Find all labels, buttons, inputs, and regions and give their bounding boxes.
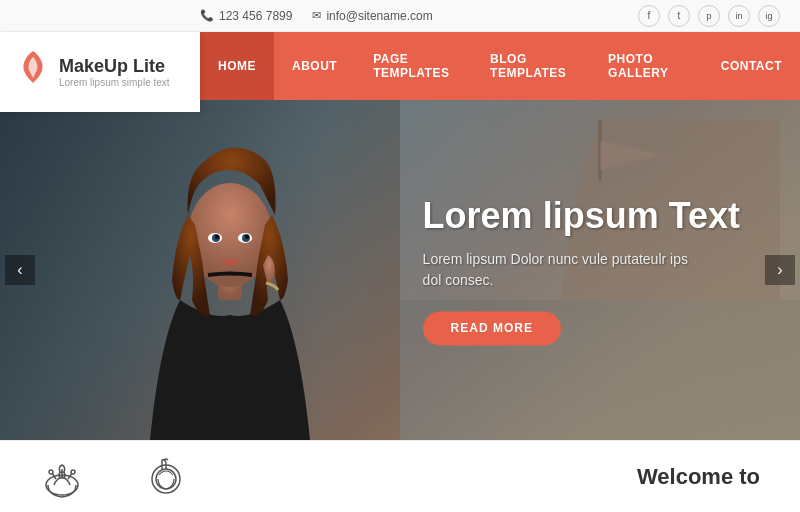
nav-home[interactable]: HOME — [200, 32, 274, 100]
svg-point-6 — [215, 235, 219, 239]
email-icon: ✉ — [312, 9, 321, 22]
email-info: ✉ info@sitename.com — [312, 9, 432, 23]
header: MakeUp Lite Lorem lipsum simple text HOM… — [0, 32, 800, 100]
logo-icon — [15, 49, 51, 95]
bottom-icon-2 — [144, 455, 188, 499]
nav-page-templates[interactable]: PAGE TEMPLATES — [355, 32, 472, 100]
svg-point-18 — [156, 469, 176, 489]
hero-section: Lorem lipsum Text Lorem lipsum Dolor nun… — [0, 100, 800, 440]
logo-area: MakeUp Lite Lorem lipsum simple text — [0, 32, 200, 112]
hero-description: Lorem lipsum Dolor nunc vule putateulr i… — [423, 250, 740, 292]
top-bar-contact: 📞 123 456 7899 ✉ info@sitename.com — [200, 9, 433, 23]
navigation: HOME ABOUT PAGE TEMPLATES BLOG TEMPLATES… — [200, 32, 800, 100]
nav-contact[interactable]: CONTACT — [703, 32, 800, 100]
nav-about[interactable]: ABOUT — [274, 32, 355, 100]
logo-subtitle: Lorem lipsum simple text — [59, 77, 170, 88]
hero-content: Lorem lipsum Text Lorem lipsum Dolor nun… — [423, 194, 740, 345]
nav-blog-templates[interactable]: BLOG TEMPLATES — [472, 32, 590, 100]
phone-info: 📞 123 456 7899 — [200, 9, 292, 23]
twitter-icon[interactable]: t — [668, 5, 690, 27]
instagram-icon[interactable]: ig — [758, 5, 780, 27]
phone-icon: 📞 — [200, 9, 214, 22]
facebook-icon[interactable]: f — [638, 5, 660, 27]
phone-number: 123 456 7899 — [219, 9, 292, 23]
makeup-icon — [144, 455, 188, 499]
hero-next-arrow[interactable]: › — [765, 255, 795, 285]
mortar-icon — [40, 455, 84, 499]
read-more-button[interactable]: READ MORE — [423, 312, 561, 346]
svg-point-16 — [71, 470, 75, 474]
hero-person-image — [80, 100, 380, 440]
bottom-icon-1 — [40, 455, 84, 499]
email-address: info@sitename.com — [326, 9, 432, 23]
hero-title: Lorem lipsum Text — [423, 194, 740, 237]
social-icons: f t p in ig — [638, 5, 780, 27]
logo-title: MakeUp Lite — [59, 56, 170, 78]
welcome-text: Welcome to — [400, 464, 760, 490]
top-bar: 📞 123 456 7899 ✉ info@sitename.com f t p… — [0, 0, 800, 32]
bottom-section: Welcome to — [0, 440, 800, 512]
svg-point-7 — [245, 235, 249, 239]
nav-photo-gallery[interactable]: PHOTO GALLERY — [590, 32, 703, 100]
bottom-icons-row — [40, 455, 400, 499]
logo-text: MakeUp Lite Lorem lipsum simple text — [59, 56, 170, 89]
svg-point-13 — [49, 470, 53, 474]
linkedin-icon[interactable]: in — [728, 5, 750, 27]
hero-prev-arrow[interactable]: ‹ — [5, 255, 35, 285]
pinterest-icon[interactable]: p — [698, 5, 720, 27]
